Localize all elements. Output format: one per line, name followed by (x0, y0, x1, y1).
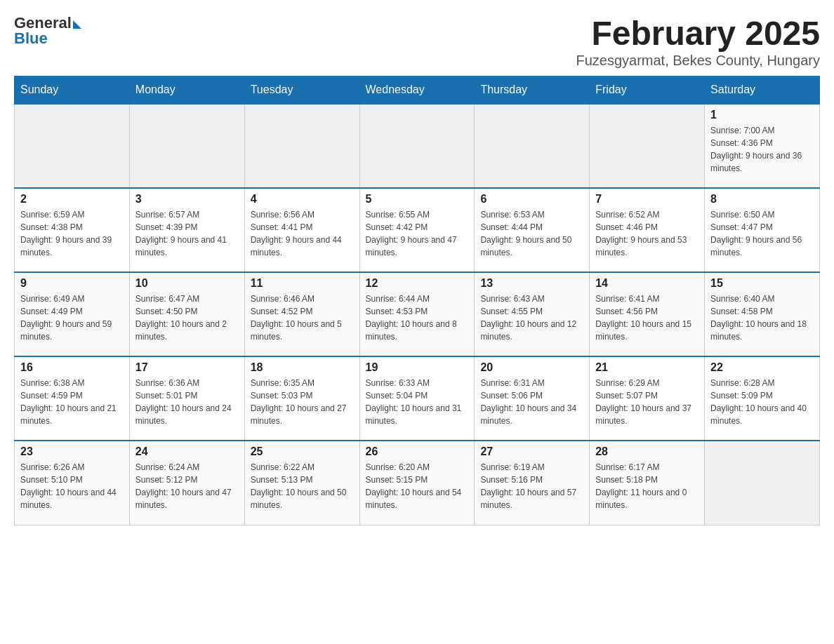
location-subtitle: Fuzesgyarmat, Bekes County, Hungary (576, 53, 820, 69)
calendar-cell: 23Sunrise: 6:26 AMSunset: 5:10 PMDayligh… (15, 441, 130, 525)
calendar-cell: 9Sunrise: 6:49 AMSunset: 4:49 PMDaylight… (15, 272, 130, 356)
logo-arrow-icon (73, 20, 81, 29)
day-number: 26 (366, 445, 469, 458)
day-number: 24 (135, 445, 239, 458)
calendar-cell: 24Sunrise: 6:24 AMSunset: 5:12 PMDayligh… (129, 441, 244, 525)
calendar-day-header: Saturday (705, 76, 820, 105)
day-number: 1 (710, 109, 814, 121)
calendar-week-row: 2Sunrise: 6:59 AMSunset: 4:38 PMDaylight… (15, 188, 820, 272)
day-info: Sunrise: 6:43 AMSunset: 4:55 PMDaylight:… (480, 293, 583, 343)
day-number: 9 (20, 277, 124, 290)
day-number: 12 (366, 277, 469, 290)
day-info: Sunrise: 6:33 AMSunset: 5:04 PMDaylight:… (366, 377, 469, 427)
calendar-cell (705, 441, 820, 525)
calendar-cell: 19Sunrise: 6:33 AMSunset: 5:04 PMDayligh… (359, 356, 475, 441)
calendar-cell: 4Sunrise: 6:56 AMSunset: 4:41 PMDaylight… (244, 188, 359, 272)
calendar-cell: 13Sunrise: 6:43 AMSunset: 4:55 PMDayligh… (475, 272, 590, 356)
calendar-cell (475, 104, 590, 188)
day-number: 8 (710, 193, 814, 206)
day-info: Sunrise: 6:49 AMSunset: 4:49 PMDaylight:… (20, 293, 124, 343)
calendar-cell: 18Sunrise: 6:35 AMSunset: 5:03 PMDayligh… (244, 356, 359, 441)
calendar-cell: 10Sunrise: 6:47 AMSunset: 4:50 PMDayligh… (129, 272, 244, 356)
day-info: Sunrise: 6:26 AMSunset: 5:10 PMDaylight:… (20, 461, 124, 511)
day-number: 10 (135, 277, 239, 290)
day-number: 2 (20, 193, 124, 206)
calendar-week-row: 1Sunrise: 7:00 AMSunset: 4:36 PMDaylight… (15, 104, 820, 188)
day-info: Sunrise: 6:55 AMSunset: 4:42 PMDaylight:… (366, 208, 469, 259)
day-info: Sunrise: 6:56 AMSunset: 4:41 PMDaylight:… (251, 208, 354, 259)
calendar-cell: 20Sunrise: 6:31 AMSunset: 5:06 PMDayligh… (475, 356, 590, 441)
day-info: Sunrise: 6:36 AMSunset: 5:01 PMDaylight:… (135, 377, 239, 427)
day-info: Sunrise: 6:41 AMSunset: 4:56 PMDaylight:… (595, 293, 699, 343)
day-number: 22 (710, 361, 814, 374)
calendar-week-row: 16Sunrise: 6:38 AMSunset: 4:59 PMDayligh… (15, 356, 820, 441)
calendar-day-header: Thursday (475, 76, 590, 105)
calendar-cell: 8Sunrise: 6:50 AMSunset: 4:47 PMDaylight… (705, 188, 820, 272)
day-info: Sunrise: 6:31 AMSunset: 5:06 PMDaylight:… (480, 377, 583, 427)
day-info: Sunrise: 6:22 AMSunset: 5:13 PMDaylight:… (251, 461, 354, 511)
day-number: 17 (135, 361, 239, 374)
day-number: 14 (595, 277, 699, 290)
day-number: 25 (251, 445, 354, 458)
day-number: 23 (20, 445, 124, 458)
calendar-cell (129, 104, 244, 188)
calendar-cell: 3Sunrise: 6:57 AMSunset: 4:39 PMDaylight… (129, 188, 244, 272)
calendar-day-header: Monday (129, 76, 244, 105)
day-number: 18 (251, 361, 354, 374)
calendar-table: SundayMondayTuesdayWednesdayThursdayFrid… (14, 76, 820, 525)
calendar-week-row: 9Sunrise: 6:49 AMSunset: 4:49 PMDaylight… (15, 272, 820, 356)
day-number: 7 (595, 193, 699, 206)
calendar-cell: 5Sunrise: 6:55 AMSunset: 4:42 PMDaylight… (359, 188, 475, 272)
calendar-cell (359, 104, 475, 188)
day-info: Sunrise: 6:24 AMSunset: 5:12 PMDaylight:… (135, 461, 239, 511)
calendar-cell: 15Sunrise: 6:40 AMSunset: 4:58 PMDayligh… (705, 272, 820, 356)
day-info: Sunrise: 6:28 AMSunset: 5:09 PMDaylight:… (710, 377, 814, 427)
calendar-cell: 22Sunrise: 6:28 AMSunset: 5:09 PMDayligh… (705, 356, 820, 441)
page-header: General Blue February 2025 Fuzesgyarmat,… (14, 14, 820, 69)
calendar-cell (15, 104, 130, 188)
calendar-cell: 26Sunrise: 6:20 AMSunset: 5:15 PMDayligh… (359, 441, 475, 525)
calendar-week-row: 23Sunrise: 6:26 AMSunset: 5:10 PMDayligh… (15, 441, 820, 525)
calendar-cell: 12Sunrise: 6:44 AMSunset: 4:53 PMDayligh… (359, 272, 475, 356)
day-info: Sunrise: 6:35 AMSunset: 5:03 PMDaylight:… (251, 377, 354, 427)
day-info: Sunrise: 6:17 AMSunset: 5:18 PMDaylight:… (595, 461, 699, 511)
calendar-day-header: Friday (590, 76, 705, 105)
calendar-cell: 11Sunrise: 6:46 AMSunset: 4:52 PMDayligh… (244, 272, 359, 356)
day-info: Sunrise: 6:29 AMSunset: 5:07 PMDaylight:… (595, 377, 699, 427)
day-info: Sunrise: 7:00 AMSunset: 4:36 PMDaylight:… (710, 124, 814, 175)
day-number: 21 (595, 361, 699, 374)
day-number: 27 (480, 445, 583, 458)
day-number: 20 (480, 361, 583, 374)
day-number: 28 (595, 445, 699, 458)
day-number: 3 (135, 193, 239, 206)
calendar-cell: 7Sunrise: 6:52 AMSunset: 4:46 PMDaylight… (590, 188, 705, 272)
day-number: 6 (480, 193, 583, 206)
calendar-day-header: Tuesday (244, 76, 359, 105)
day-info: Sunrise: 6:57 AMSunset: 4:39 PMDaylight:… (135, 208, 239, 259)
calendar-header-row: SundayMondayTuesdayWednesdayThursdayFrid… (15, 76, 820, 105)
calendar-cell: 2Sunrise: 6:59 AMSunset: 4:38 PMDaylight… (15, 188, 130, 272)
calendar-day-header: Sunday (15, 76, 130, 105)
calendar-cell: 28Sunrise: 6:17 AMSunset: 5:18 PMDayligh… (590, 441, 705, 525)
day-info: Sunrise: 6:53 AMSunset: 4:44 PMDaylight:… (480, 208, 583, 259)
logo: General Blue (14, 14, 81, 48)
day-info: Sunrise: 6:44 AMSunset: 4:53 PMDaylight:… (366, 293, 469, 343)
calendar-cell (244, 104, 359, 188)
day-number: 5 (366, 193, 469, 206)
day-number: 13 (480, 277, 583, 290)
calendar-cell: 25Sunrise: 6:22 AMSunset: 5:13 PMDayligh… (244, 441, 359, 525)
day-info: Sunrise: 6:20 AMSunset: 5:15 PMDaylight:… (366, 461, 469, 511)
day-info: Sunrise: 6:52 AMSunset: 4:46 PMDaylight:… (595, 208, 699, 259)
day-info: Sunrise: 6:38 AMSunset: 4:59 PMDaylight:… (20, 377, 124, 427)
day-number: 11 (251, 277, 354, 290)
title-section: February 2025 Fuzesgyarmat, Bekes County… (576, 14, 820, 69)
day-number: 19 (366, 361, 469, 374)
calendar-cell: 1Sunrise: 7:00 AMSunset: 4:36 PMDaylight… (705, 104, 820, 188)
day-info: Sunrise: 6:46 AMSunset: 4:52 PMDaylight:… (251, 293, 354, 343)
month-title: February 2025 (576, 14, 820, 53)
day-info: Sunrise: 6:19 AMSunset: 5:16 PMDaylight:… (480, 461, 583, 511)
day-info: Sunrise: 6:59 AMSunset: 4:38 PMDaylight:… (20, 208, 124, 259)
day-number: 4 (251, 193, 354, 206)
calendar-cell: 16Sunrise: 6:38 AMSunset: 4:59 PMDayligh… (15, 356, 130, 441)
day-info: Sunrise: 6:50 AMSunset: 4:47 PMDaylight:… (710, 208, 814, 259)
